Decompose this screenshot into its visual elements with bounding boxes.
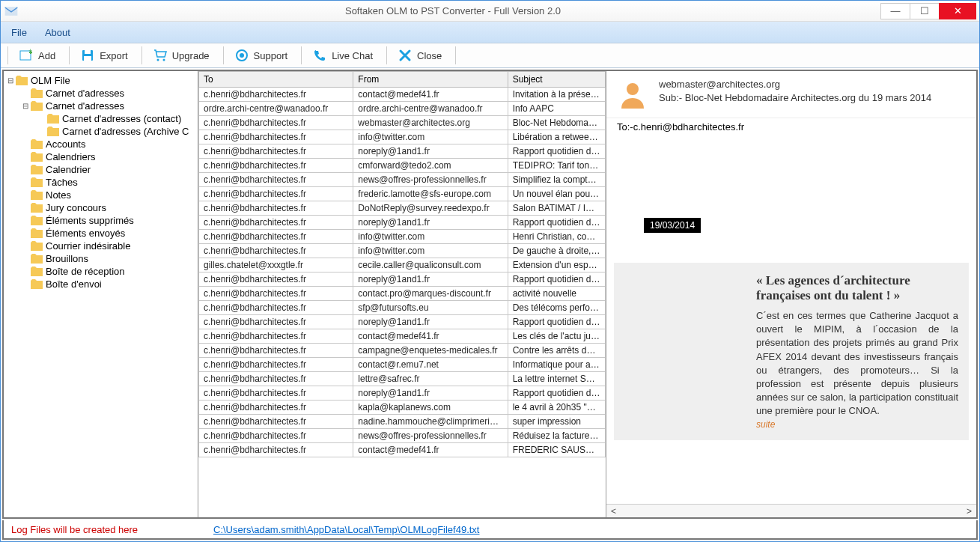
cell-subject: Contre les arrêts de maladi xyxy=(508,344,605,358)
table-row[interactable]: c.henri@bdharchitectes.frnoreply@1and1.f… xyxy=(199,272,606,287)
save-icon xyxy=(80,48,95,63)
cell-subject: Rapport quotidien du doss xyxy=(508,144,605,159)
table-row[interactable]: c.henri@bdharchitectes.frnoreply@1and1.f… xyxy=(199,315,606,329)
phone-icon xyxy=(312,48,327,63)
table-row[interactable]: c.henri@bdharchitectes.frinfo@twitter.co… xyxy=(199,130,606,144)
tree-item[interactable]: Brouillons xyxy=(5,252,196,265)
livechat-button[interactable]: Live Chat xyxy=(304,44,381,67)
folder-icon xyxy=(31,152,43,162)
cart-icon xyxy=(153,48,168,63)
col-to[interactable]: To xyxy=(199,72,353,88)
table-row[interactable]: c.henri@bdharchitectes.frcontact@r.emu7.… xyxy=(199,358,606,372)
status-log-path[interactable]: C:\Users\adam.smith\AppData\Local\Temp\O… xyxy=(213,524,479,535)
folder-icon xyxy=(47,114,59,124)
table-row[interactable]: c.henri@bdharchitectes.frDoNotReply@surv… xyxy=(199,201,606,216)
table-row[interactable]: c.henri@bdharchitectes.frnadine.hammouch… xyxy=(199,415,606,429)
tree-item[interactable]: Jury concours xyxy=(5,201,196,214)
menu-file[interactable]: File xyxy=(11,27,27,38)
cell-from: cecile.caller@qualiconsult.com xyxy=(353,258,508,272)
cell-from: DoNotReply@survey.reedexpo.fr xyxy=(353,201,508,216)
tree-item[interactable]: Carnet d'adresses (contact) xyxy=(5,112,196,125)
table-row[interactable]: c.henri@bdharchitectes.frcontact@medef41… xyxy=(199,329,606,344)
menubar: File About xyxy=(1,22,979,43)
col-subject[interactable]: Subject xyxy=(508,72,605,88)
table-row[interactable]: c.henri@bdharchitectes.frlettre@safrec.f… xyxy=(199,372,606,386)
cell-subject: Informatique pour architec xyxy=(508,358,605,372)
tree-item[interactable]: Boîte de réception xyxy=(5,265,196,278)
table-row[interactable]: c.henri@bdharchitectes.frcampagne@enquet… xyxy=(199,344,606,358)
email-list-panel: To From Subject c.henri@bdharchitectes.f… xyxy=(198,71,606,517)
preview-body[interactable]: 19/03/2014 « Les agences d´architecture … xyxy=(606,136,976,504)
cell-from: contact@medef41.fr xyxy=(353,88,508,102)
tree-item[interactable]: Éléments envoyés xyxy=(5,227,196,240)
email-grid[interactable]: To From Subject c.henri@bdharchitectes.f… xyxy=(198,71,606,517)
tree-item[interactable]: Carnet d'adresses (Archive C xyxy=(5,125,196,138)
cell-from: news@offres-professionnelles.fr xyxy=(353,429,508,443)
folder-tree[interactable]: ⊟ OLM File Carnet d'adresses⊟Carnet d'ad… xyxy=(4,71,198,517)
table-row[interactable]: c.henri@bdharchitectes.frkapla@kaplanews… xyxy=(199,401,606,415)
tree-root[interactable]: ⊟ OLM File xyxy=(5,74,196,87)
table-row[interactable]: c.henri@bdharchitectes.frinfo@twitter.co… xyxy=(199,230,606,244)
col-from[interactable]: From xyxy=(353,72,508,88)
table-row[interactable]: c.henri@bdharchitectes.frcontact@medef41… xyxy=(199,443,606,457)
minimize-button[interactable]: — xyxy=(880,3,910,19)
tree-item-label: Éléments envoyés xyxy=(46,228,125,239)
cell-from: contact@medef41.fr xyxy=(353,443,508,457)
table-row[interactable]: c.henri@bdharchitectes.frnoreply@1and1.f… xyxy=(199,386,606,401)
tree-item[interactable]: Tâches xyxy=(5,176,196,189)
table-row[interactable]: c.henri@bdharchitectes.frnews@offres-pro… xyxy=(199,173,606,187)
tree-item[interactable]: ⊟Carnet d'adresses xyxy=(5,100,196,112)
cell-to: c.henri@bdharchitectes.fr xyxy=(199,415,353,429)
scroll-left-icon[interactable]: < xyxy=(611,506,616,517)
cell-to: c.henri@bdharchitectes.fr xyxy=(199,116,353,130)
story-suite-link[interactable]: suite xyxy=(756,419,775,430)
upgrade-button[interactable]: Upgrade xyxy=(144,44,218,67)
svg-point-9 xyxy=(627,83,639,95)
cell-to: c.henri@bdharchitectes.fr xyxy=(199,244,353,258)
table-row[interactable]: c.henri@bdharchitectes.frnoreply@1and1.f… xyxy=(199,144,606,159)
tree-item[interactable]: Accounts xyxy=(5,138,196,150)
maximize-button[interactable]: ☐ xyxy=(910,3,940,19)
table-row[interactable]: c.henri@bdharchitectes.frsfp@futursofts.… xyxy=(199,301,606,315)
table-row[interactable]: c.henri@bdharchitectes.frfrederic.lamott… xyxy=(199,187,606,201)
table-row[interactable]: ordre.archi-centre@wanadoo.frordre.archi… xyxy=(199,102,606,116)
tree-item[interactable]: Calendrier xyxy=(5,163,196,176)
window-close-button[interactable]: ✕ xyxy=(939,3,976,19)
tree-item[interactable]: Carnet d'adresses xyxy=(5,87,196,100)
cell-from: info@twitter.com xyxy=(353,244,508,258)
cell-from: contact@r.emu7.net xyxy=(353,358,508,372)
cell-subject: De gauche à droite, le poir xyxy=(508,244,605,258)
tree-item-label: Courrier indésirable xyxy=(46,240,130,252)
tree-item[interactable]: Éléments supprimés xyxy=(5,214,196,227)
tree-item[interactable]: Calendriers xyxy=(5,150,196,163)
cell-to: c.henri@bdharchitectes.fr xyxy=(199,216,353,230)
preview-hscroll[interactable]: < > xyxy=(606,504,976,517)
support-button[interactable]: Support xyxy=(226,44,296,67)
status-log-label: Log Files will be created here xyxy=(4,524,213,535)
cell-from: kapla@kaplanews.com xyxy=(353,401,508,415)
table-row[interactable]: gilles.chatelet@xxxgtle.frcecile.caller@… xyxy=(199,258,606,272)
table-row[interactable]: c.henri@bdharchitectes.frcontact@medef41… xyxy=(199,88,606,102)
tree-item-label: Carnet d'adresses xyxy=(46,88,124,99)
content-area: ⊟ OLM File Carnet d'adresses⊟Carnet d'ad… xyxy=(2,70,978,519)
scroll-right-icon[interactable]: > xyxy=(967,506,972,517)
table-row[interactable]: c.henri@bdharchitectes.frwebmaster@archi… xyxy=(199,116,606,130)
cell-to: ordre.archi-centre@wanadoo.fr xyxy=(199,102,353,116)
table-row[interactable]: c.henri@bdharchitectes.frcontact.pro@mar… xyxy=(199,287,606,301)
export-button[interactable]: Export xyxy=(72,44,136,67)
add-button[interactable]: + Add xyxy=(10,44,64,67)
menu-about[interactable]: About xyxy=(45,27,70,38)
tree-item[interactable]: Courrier indésirable xyxy=(5,240,196,252)
table-row[interactable]: c.henri@bdharchitectes.frcmforward@tedo2… xyxy=(199,159,606,173)
folder-icon xyxy=(31,279,43,290)
tree-item[interactable]: Notes xyxy=(5,189,196,201)
app-window: Softaken OLM to PST Converter - Full Ver… xyxy=(0,0,980,542)
collapse-icon[interactable]: ⊟ xyxy=(22,102,29,110)
table-row[interactable]: c.henri@bdharchitectes.frinfo@twitter.co… xyxy=(199,244,606,258)
close-button[interactable]: Close xyxy=(389,44,450,67)
collapse-icon[interactable]: ⊟ xyxy=(7,76,14,85)
tree-item[interactable]: Boîte d'envoi xyxy=(5,278,196,290)
table-row[interactable]: c.henri@bdharchitectes.frnews@offres-pro… xyxy=(199,429,606,443)
preview-panel: webmaster@architectes.org Sub:- Bloc-Net… xyxy=(606,71,976,517)
table-row[interactable]: c.henri@bdharchitectes.frnoreply@1and1.f… xyxy=(199,216,606,230)
